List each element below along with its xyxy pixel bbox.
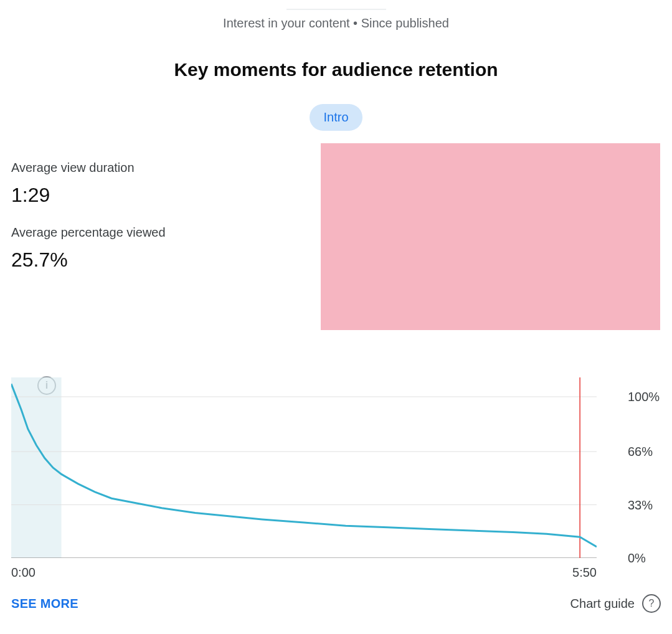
x-tick-end: 5:50 [572, 565, 597, 580]
intro-chip[interactable]: Intro [310, 104, 362, 131]
avg-view-duration-label: Average view duration [11, 161, 166, 175]
chart-guide-label: Chart guide [570, 597, 635, 611]
x-tick-start: 0:00 [11, 565, 35, 580]
y-tick-66: 66% [628, 445, 653, 459]
video-thumbnail[interactable] [321, 143, 660, 330]
section-divider [286, 9, 386, 10]
retention-chart: i 100% 66% 33% 0% 0:00 5:50 [11, 377, 661, 565]
retention-chart-svg [11, 377, 597, 558]
see-more-link[interactable]: SEE MORE [11, 597, 78, 611]
avg-percent-viewed-value: 25.7% [11, 248, 166, 272]
y-tick-33: 33% [628, 498, 653, 512]
help-icon[interactable]: ? [642, 594, 661, 613]
y-tick-100: 100% [628, 390, 660, 404]
avg-percent-viewed-label: Average percentage viewed [11, 225, 166, 240]
y-tick-0: 0% [628, 551, 646, 565]
page-title: Key moments for audience retention [0, 59, 672, 80]
section-subtitle: Interest in your content • Since publish… [0, 16, 672, 31]
avg-view-duration-value: 1:29 [11, 184, 166, 207]
